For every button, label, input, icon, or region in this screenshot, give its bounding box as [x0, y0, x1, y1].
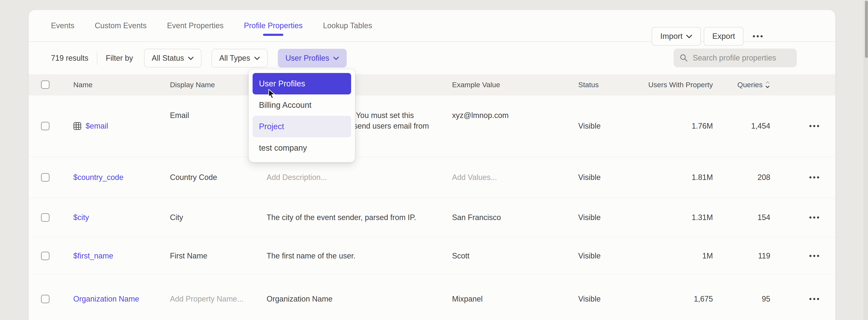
queries-header-label: Queries	[737, 81, 763, 89]
users-with-property-value: 1,675	[647, 294, 713, 304]
users-with-property-value: 1.76M	[647, 121, 713, 131]
table-header: Name Display Name Description Example Va…	[29, 74, 835, 95]
filter-bar: 719 results Filter by All Status All Typ…	[29, 42, 835, 74]
example-value-field[interactable]: San Francisco	[452, 213, 578, 222]
property-name-label: $country_code	[73, 173, 123, 182]
table-row: Organization Name Add Property Name... O…	[29, 274, 835, 320]
users-with-property-value: 1.31M	[647, 213, 713, 222]
column-header-example-value[interactable]: Example Value	[452, 81, 578, 89]
queries-value: 1,454	[713, 121, 770, 131]
status-value[interactable]: Visible	[578, 251, 647, 260]
display-name-field[interactable]: Country Code	[170, 173, 267, 182]
profile-type-filter-label: User Profiles	[285, 54, 329, 63]
dropdown-item-project[interactable]: Project	[253, 116, 351, 137]
column-header-status[interactable]: Status	[578, 81, 647, 89]
more-options-button[interactable]	[749, 35, 766, 37]
search-input[interactable]	[693, 54, 792, 62]
tab-bar: Events Custom Events Event Properties Pr…	[29, 10, 835, 42]
table-row: $first_name First Name The first name of…	[29, 237, 835, 274]
select-all-checkbox[interactable]	[41, 80, 50, 89]
row-menu-button[interactable]	[806, 216, 835, 219]
grid-table-icon	[73, 122, 81, 130]
row-menu-button[interactable]	[806, 176, 835, 178]
profile-type-filter-dropdown[interactable]: User Profiles	[278, 49, 347, 68]
status-filter-label: All Status	[152, 54, 184, 63]
property-name-link[interactable]: $country_code	[73, 173, 170, 182]
column-header-queries[interactable]: Queries	[713, 80, 770, 89]
status-value[interactable]: Visible	[578, 213, 647, 222]
property-name-link[interactable]: $city	[73, 213, 170, 222]
example-value-field[interactable]: xyz@lmnop.com	[452, 110, 578, 121]
status-filter-dropdown[interactable]: All Status	[144, 49, 202, 68]
table-row: $city City The city of the event sender,…	[29, 198, 835, 237]
table-row: $country_code Country Code Add Descripti…	[29, 157, 835, 198]
users-with-property-value: 1.81M	[647, 173, 713, 182]
status-value[interactable]: Visible	[578, 121, 647, 131]
status-value[interactable]: Visible	[578, 294, 647, 304]
table-row: $email Email The user's email address. Y…	[29, 95, 835, 157]
column-header-name[interactable]: Name	[73, 81, 170, 89]
column-header-users-with-property[interactable]: Users With Property	[647, 81, 713, 89]
chevron-down-icon	[254, 56, 260, 60]
property-name-link[interactable]: Organization Name	[73, 294, 170, 304]
header-checkbox-cell	[29, 80, 73, 89]
status-value[interactable]: Visible	[578, 173, 647, 182]
example-value-field[interactable]: Add Values...	[452, 173, 578, 182]
row-menu-button[interactable]	[806, 298, 835, 300]
lexicon-page: Events Custom Events Event Properties Pr…	[0, 0, 868, 320]
tab-profile-properties[interactable]: Profile Properties	[244, 10, 303, 41]
row-checkbox[interactable]	[41, 252, 50, 260]
divider	[97, 51, 97, 65]
page-scrollbar[interactable]	[864, 0, 868, 320]
profile-type-dropdown-menu: User Profiles Billing Account Project te…	[249, 69, 355, 162]
queries-value: 154	[713, 213, 770, 222]
display-name-field[interactable]: Add Property Name...	[170, 294, 267, 304]
property-name-label: $email	[86, 121, 108, 131]
search-icon	[679, 53, 688, 63]
description-field[interactable]: Organization Name	[267, 294, 452, 304]
queries-value: 208	[713, 173, 770, 182]
description-field[interactable]: The first name of the user.	[267, 251, 452, 260]
chevron-down-icon	[188, 56, 194, 60]
property-name-link[interactable]: $email	[73, 121, 170, 131]
chevron-down-icon	[686, 34, 692, 39]
property-name-label: $city	[73, 213, 89, 222]
scrollbar-thumb[interactable]	[865, 1, 868, 58]
tab-event-properties[interactable]: Event Properties	[167, 10, 223, 41]
property-name-label: Organization Name	[73, 294, 139, 304]
sort-arrows-icon[interactable]	[765, 80, 770, 89]
row-menu-button[interactable]	[806, 125, 835, 127]
tab-lookup-tables[interactable]: Lookup Tables	[323, 10, 372, 41]
row-menu-button[interactable]	[806, 255, 835, 257]
type-filter-label: All Types	[219, 54, 250, 63]
example-value-field[interactable]: Mixpanel	[452, 294, 578, 304]
filter-by-label: Filter by	[106, 54, 133, 63]
mouse-cursor	[267, 89, 277, 101]
type-filter-dropdown[interactable]: All Types	[212, 49, 268, 68]
row-checkbox[interactable]	[41, 295, 50, 303]
description-field[interactable]: Add Description...	[267, 173, 452, 182]
content-card: Events Custom Events Event Properties Pr…	[29, 10, 835, 320]
queries-value: 95	[713, 294, 770, 304]
results-count: 719 results	[51, 54, 88, 63]
queries-value: 119	[713, 251, 770, 260]
example-value-field[interactable]: Scott	[452, 251, 578, 260]
row-checkbox[interactable]	[41, 213, 50, 222]
search-box	[674, 48, 797, 67]
row-checkbox[interactable]	[41, 173, 50, 182]
property-name-label: $first_name	[73, 251, 113, 260]
description-field[interactable]: The city of the event sender, parsed fro…	[267, 213, 452, 222]
property-name-link[interactable]: $first_name	[73, 251, 170, 260]
chevron-down-icon	[333, 56, 339, 60]
row-checkbox[interactable]	[41, 122, 50, 130]
dropdown-item-test-company[interactable]: test company	[253, 137, 351, 159]
tab-custom-events[interactable]: Custom Events	[95, 10, 147, 41]
export-button-label: Export	[712, 32, 735, 41]
display-name-field[interactable]: City	[170, 213, 267, 222]
tab-events[interactable]: Events	[51, 10, 74, 41]
users-with-property-value: 1M	[647, 251, 713, 260]
display-name-field[interactable]: First Name	[170, 251, 267, 260]
import-button-label: Import	[660, 32, 683, 41]
